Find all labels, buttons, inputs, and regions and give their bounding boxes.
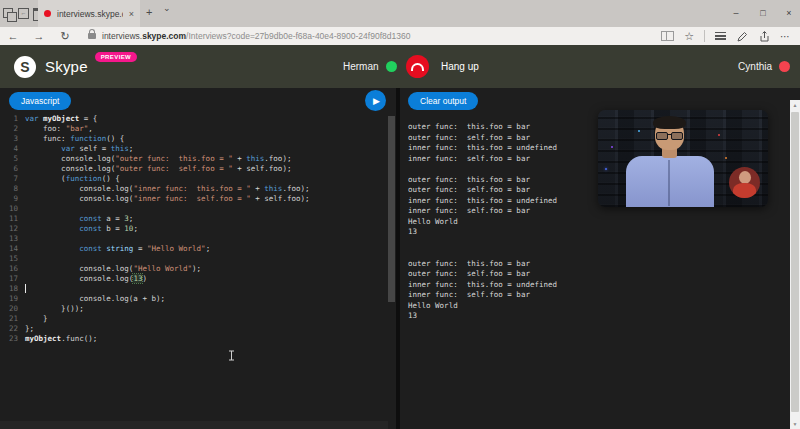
annotate-pen-icon[interactable] (736, 30, 748, 42)
console-output: outer func: this.foo = barouter func: se… (408, 122, 557, 322)
code-lines[interactable]: 1var myObject = {2 foo: "bar",3 func: fu… (0, 114, 388, 421)
recording-indicator-icon (44, 10, 51, 17)
code-line[interactable]: 6 console.log("outer func: self.foo = " … (0, 164, 388, 174)
code-line[interactable]: 7 (function() { (0, 174, 388, 184)
server-led (718, 134, 720, 136)
window-close-button[interactable]: × (776, 0, 800, 27)
code-text: foo: "bar", (25, 124, 93, 134)
server-led (725, 157, 727, 159)
code-text (25, 284, 26, 294)
share-icon[interactable] (758, 30, 770, 42)
preview-badge: PREVIEW (95, 52, 137, 62)
code-line[interactable]: 20 }()); (0, 304, 388, 314)
code-text: (function() { (25, 174, 120, 184)
code-line[interactable]: 1var myObject = { (0, 114, 388, 124)
code-line[interactable]: 8 console.log("inner func: this.foo = " … (0, 184, 388, 194)
console-output-line: outer func: this.foo = bar (408, 122, 557, 133)
tab-menu-chevron-icon[interactable]: ⌄ (163, 3, 171, 13)
code-line[interactable]: 10 (0, 204, 388, 214)
line-number: 16 (0, 264, 18, 274)
self-view-body (733, 183, 756, 198)
mouse-ibeam-cursor (228, 347, 235, 365)
console-output-line (408, 248, 557, 259)
interviewee-shirt (626, 156, 714, 207)
browser-tab[interactable]: interviews.skype.co × (38, 0, 140, 27)
scrollbar-thumb[interactable] (791, 112, 799, 412)
console-output-line: 13 (408, 227, 557, 238)
url-text[interactable]: interviews.skype.com/Interviews?code=27b… (102, 31, 410, 41)
line-number: 12 (0, 224, 18, 234)
lock-icon (88, 33, 96, 39)
line-number: 14 (0, 244, 18, 254)
editor-scrollbar-thumb[interactable] (388, 116, 395, 302)
code-line[interactable]: 11 const a = 3; (0, 214, 388, 224)
line-number: 4 (0, 144, 18, 154)
tab-close-icon[interactable]: × (129, 9, 134, 19)
code-line[interactable]: 14 const string = "Hello World"; (0, 244, 388, 254)
code-line[interactable]: 15 (0, 254, 388, 264)
console-output-line (408, 238, 557, 249)
code-text: const a = 3; (25, 214, 133, 224)
hang-up-phone-icon[interactable] (406, 55, 429, 78)
code-line[interactable]: 13 (0, 234, 388, 244)
tabs-aside-icon[interactable] (3, 8, 13, 18)
code-text: console.log("outer func: self.foo = " + … (25, 164, 291, 174)
code-line[interactable]: 22}; (0, 324, 388, 334)
hang-up-button[interactable]: Hang up (406, 45, 479, 88)
forward-icon[interactable]: → (26, 30, 52, 42)
page-scrollbar[interactable]: ▲ ▼ (790, 100, 800, 429)
clear-output-button[interactable]: Clear output (408, 92, 478, 110)
console-output-line: outer func: self.foo = bar (408, 269, 557, 280)
server-led (638, 130, 640, 132)
restore-tabs-icon[interactable]: ← (18, 8, 29, 19)
line-number: 22 (0, 324, 18, 334)
refresh-icon[interactable]: ↻ (52, 30, 78, 43)
code-line[interactable]: 4 var self = this; (0, 144, 388, 154)
code-line[interactable]: 9 console.log("inner func: self.foo = " … (0, 194, 388, 204)
back-icon[interactable]: ← (0, 30, 26, 42)
code-line[interactable]: 2 foo: "bar", (0, 124, 388, 134)
new-tab-button[interactable]: + (146, 6, 152, 18)
hub-icon[interactable] (715, 32, 726, 40)
console-output-line: outer func: self.foo = bar (408, 133, 557, 144)
code-line[interactable]: 21 } (0, 314, 388, 324)
line-number: 1 (0, 114, 18, 124)
participant-local: Herman (343, 45, 397, 88)
scrollbar-up-arrow-icon[interactable]: ▲ (790, 102, 800, 108)
line-number: 21 (0, 314, 18, 324)
editor-horizontal-scroll-track[interactable] (0, 421, 388, 429)
favorites-star-icon[interactable]: ☆ (684, 31, 694, 41)
code-line[interactable]: 3 func: function() { (0, 134, 388, 144)
code-text: var myObject = { (25, 114, 97, 124)
code-line[interactable]: 17 console.log(13) (0, 274, 388, 284)
console-output-line: inner func: self.foo = bar (408, 154, 557, 165)
code-line[interactable]: 5 console.log("outer func: this.foo = " … (0, 154, 388, 164)
busy-status-icon (779, 61, 790, 72)
code-line[interactable]: 19 console.log(a + b); (0, 294, 388, 304)
language-selector-button[interactable]: Javascript (9, 92, 71, 110)
code-line[interactable]: 16 console.log("Hello World"); (0, 264, 388, 274)
line-number: 3 (0, 134, 18, 144)
code-line[interactable]: 23myObject.func(); (0, 334, 388, 344)
line-number: 8 (0, 184, 18, 194)
window-minimize-button[interactable]: – (723, 0, 749, 27)
remote-video-tile[interactable] (598, 110, 768, 207)
interviewee-glasses (656, 132, 683, 140)
code-line[interactable]: 12 const b = 10; (0, 224, 388, 234)
scrollbar-down-arrow-icon[interactable]: ▼ (790, 421, 800, 427)
console-output-line: 13 (408, 311, 557, 322)
line-number: 13 (0, 234, 18, 244)
app-name: Skype (45, 58, 88, 75)
code-editor-panel: Javascript ▶ 1var myObject = {2 foo: "ba… (0, 88, 396, 429)
line-number: 17 (0, 274, 18, 284)
run-code-button[interactable]: ▶ (365, 90, 386, 111)
line-number: 7 (0, 174, 18, 184)
skype-logo-icon: S (14, 56, 36, 78)
participant-remote: Cynthia (738, 45, 790, 88)
self-view-video[interactable] (729, 167, 760, 198)
reading-view-icon[interactable] (661, 31, 674, 41)
more-options-icon[interactable]: ⋯ (780, 31, 790, 42)
code-line[interactable]: 18 (0, 284, 388, 294)
window-maximize-button[interactable]: □ (750, 0, 776, 27)
play-icon: ▶ (373, 96, 380, 106)
